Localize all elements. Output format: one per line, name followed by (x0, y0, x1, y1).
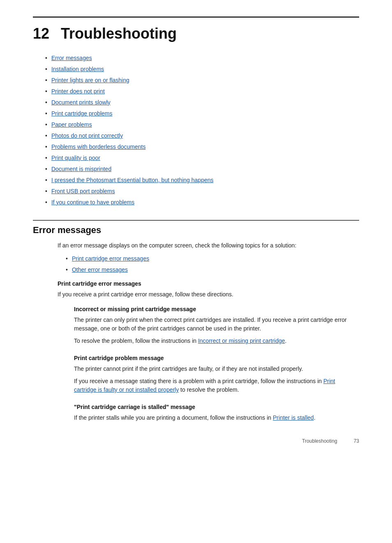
toc-link-paper-problems[interactable]: Paper problems (51, 120, 92, 129)
toc-link-print-quality[interactable]: Print quality is poor (51, 154, 100, 162)
cartridge-problem-para2-prefix: If you receive a message stating there i… (74, 378, 323, 384)
cartridge-stalled-para1: If the printer stalls while you are prin… (74, 414, 359, 423)
cartridge-problem-title: Print cartridge problem message (74, 355, 359, 361)
cartridge-stalled-title: "Print cartridge carriage is stalled" me… (74, 404, 359, 410)
footer-section-label: Troubleshooting (302, 438, 337, 444)
toc-link-print-cartridge-problems[interactable]: Print cartridge problems (51, 109, 113, 118)
chapter-title: 12 Troubleshooting (33, 25, 359, 42)
print-cartridge-error-intro: If you receive a print cartridge error m… (58, 290, 359, 299)
error-messages-body: If an error message displays on the comp… (33, 241, 359, 423)
toc-link-photos[interactable]: Photos do not print correctly (51, 132, 123, 140)
toc-item: Document is misprinted (45, 165, 359, 173)
other-error-messages-link[interactable]: Other error messages (72, 266, 128, 275)
error-messages-section: Error messages If an error message displ… (33, 220, 359, 423)
incorrect-missing-link[interactable]: Incorrect or missing print cartridge (198, 337, 285, 344)
footer-page-number: 73 (354, 438, 359, 444)
cartridge-problem-block: Print cartridge problem message The prin… (58, 355, 359, 395)
cartridge-stalled-para1-prefix: If the printer stalls while you are prin… (74, 414, 273, 421)
cartridge-problem-para1: The printer cannot print if the print ca… (74, 365, 359, 374)
incorrect-missing-para2: To resolve the problem, follow the instr… (74, 337, 359, 346)
incorrect-missing-para2-suffix: . (285, 337, 287, 344)
chapter-number: 12 (33, 25, 49, 42)
toc-link-borderless[interactable]: Problems with borderless documents (51, 143, 146, 151)
toc-item: Photos do not print correctly (45, 132, 359, 140)
print-cartridge-error-subsection: Print cartridge error messages If you re… (58, 280, 359, 423)
incorrect-missing-para2-prefix: To resolve the problem, follow the instr… (74, 337, 198, 344)
toc-item: Error messages (45, 54, 359, 62)
toc-item: Print quality is poor (45, 154, 359, 162)
toc-item: Printer does not print (45, 87, 359, 96)
toc-link-misprinted[interactable]: Document is misprinted (51, 165, 111, 173)
toc-item: Document prints slowly (45, 98, 359, 107)
page: 12 Troubleshooting Error messages Instal… (0, 0, 392, 457)
toc-link-installation-problems[interactable]: Installation problems (51, 65, 104, 74)
toc-link-photosmart-essential[interactable]: I pressed the Photosmart Essential butto… (51, 176, 214, 185)
toc-item: Printer lights are on or flashing (45, 76, 359, 85)
top-rule (33, 16, 359, 18)
chapter-title-text: Troubleshooting (61, 25, 177, 42)
cartridge-stalled-para1-suffix: . (314, 414, 316, 421)
error-messages-link-item: Print cartridge error messages (66, 254, 359, 263)
toc-item: Problems with borderless documents (45, 143, 359, 151)
toc-item: If you continue to have problems (45, 198, 359, 207)
print-cartridge-error-link[interactable]: Print cartridge error messages (72, 254, 149, 263)
incorrect-missing-title: Incorrect or missing print cartridge mes… (74, 306, 359, 312)
toc-item: Paper problems (45, 120, 359, 129)
incorrect-missing-para1: The printer can only print when the corr… (74, 316, 359, 333)
toc-list: Error messages Installation problems Pri… (33, 54, 359, 207)
error-messages-links: Print cartridge error messages Other err… (58, 254, 359, 275)
other-error-messages-link-item: Other error messages (66, 266, 359, 275)
toc-link-printer-lights[interactable]: Printer lights are on or flashing (51, 76, 129, 85)
toc-item: Print cartridge problems (45, 109, 359, 118)
cartridge-problem-para2-suffix: to resolve the problem. (179, 386, 239, 393)
toc-item: Installation problems (45, 65, 359, 74)
cartridge-stalled-block: "Print cartridge carriage is stalled" me… (58, 404, 359, 423)
print-cartridge-error-subtitle: Print cartridge error messages (58, 280, 359, 287)
toc-link-document-prints-slowly[interactable]: Document prints slowly (51, 98, 111, 107)
section-rule (33, 220, 359, 221)
printer-stalled-link[interactable]: Printer is stalled (273, 414, 314, 421)
error-messages-intro: If an error message displays on the comp… (58, 241, 359, 250)
toc-link-printer-not-print[interactable]: Printer does not print (51, 87, 105, 96)
incorrect-missing-block: Incorrect or missing print cartridge mes… (58, 306, 359, 346)
cartridge-problem-para2: If you receive a message stating there i… (74, 377, 359, 395)
footer: Troubleshooting 73 (302, 438, 359, 444)
toc-item: I pressed the Photosmart Essential butto… (45, 176, 359, 185)
toc-link-usb-port[interactable]: Front USB port problems (51, 187, 115, 196)
error-messages-title: Error messages (33, 225, 359, 236)
toc-link-continue-problems[interactable]: If you continue to have problems (51, 198, 134, 207)
toc-link-error-messages[interactable]: Error messages (51, 54, 92, 62)
toc-item: Front USB port problems (45, 187, 359, 196)
